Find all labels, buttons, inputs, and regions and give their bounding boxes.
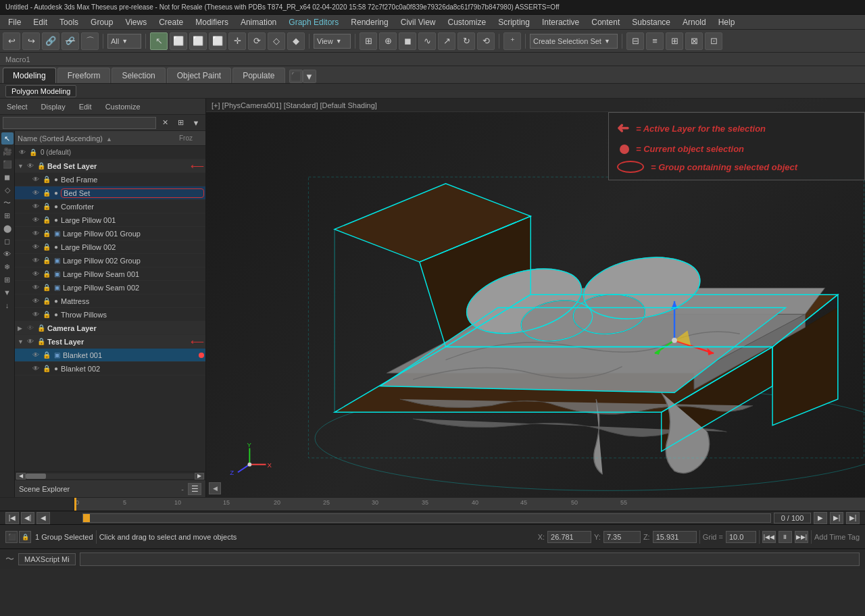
left-icon-geometry[interactable]: ◇ (1, 184, 14, 196)
filter-dropdown[interactable]: All▼ (107, 34, 141, 49)
item-comforter[interactable]: 👁 🔒 ● Comforter (15, 200, 205, 213)
timeline-track[interactable]: 0 5 10 15 20 25 30 35 40 45 50 55 (74, 498, 865, 511)
menu-item-group[interactable]: Group (85, 16, 118, 28)
misc-btn3[interactable]: ◼ (399, 32, 416, 50)
left-icon-helper[interactable]: 〜 (1, 197, 14, 209)
left-icon-bone[interactable]: ⬤ (1, 222, 14, 234)
misc-btn10[interactable]: ≡ (646, 32, 664, 50)
menu-item-arnold[interactable]: Arnold (677, 16, 712, 28)
item-large-pillow-002[interactable]: 👁 🔒 ● Large Pillow 002 (15, 240, 205, 254)
eye-test[interactable]: 👁 (26, 338, 35, 345)
menu-item-graph-editors[interactable]: Graph Editors (283, 16, 344, 28)
left-icon-light[interactable]: ⬛ (1, 158, 14, 170)
macro-text[interactable]: Macro1 (5, 55, 30, 63)
select-circle-button[interactable]: ⬜ (189, 32, 207, 50)
eye-bed-frame[interactable]: 👁 (31, 176, 41, 183)
item-large-pillow-seam-002[interactable]: 👁 🔒 ▣ Large Pillow Seam 002 (15, 281, 205, 294)
eye-lps002[interactable]: 👁 (31, 284, 41, 291)
se-nav-select[interactable]: Select (4, 101, 30, 112)
menu-item-create[interactable]: Create (153, 16, 189, 28)
menu-item-help[interactable]: Help (713, 16, 741, 28)
select-rect-button[interactable]: ⬜ (170, 32, 187, 50)
left-icon-frozen[interactable]: ❄ (1, 261, 14, 273)
left-icon-arrow[interactable]: ↓ (1, 299, 14, 311)
misc-btn12[interactable]: ⊠ (685, 32, 703, 50)
menu-item-scripting[interactable]: Scripting (493, 16, 535, 28)
select-button[interactable]: ↖ (150, 32, 168, 50)
grid-input[interactable]: 10.0 (726, 531, 756, 543)
redo-button[interactable]: ↪ (22, 32, 40, 50)
scale2-button[interactable]: ◆ (287, 32, 305, 50)
left-icon-shape[interactable]: ◼ (1, 171, 14, 183)
item-bed-frame[interactable]: 👁 🔒 ● Bed Frame (15, 173, 205, 186)
eye-mattress[interactable]: 👁 (31, 297, 41, 305)
frame-slider[interactable] (82, 513, 771, 523)
tab-arrow-btn[interactable]: ▼ (303, 70, 316, 83)
tab-object-paint[interactable]: Object Paint (167, 68, 231, 83)
item-large-pillow-002-group[interactable]: 👁 🔒 ▣ Large Pillow 002 Group (15, 254, 205, 267)
eye-lp002g[interactable]: 👁 (31, 257, 41, 264)
tab-modeling[interactable]: Modeling (3, 68, 56, 83)
item-blanket-001[interactable]: 👁 🔒 ▣ Blanket 001 (15, 349, 205, 362)
item-throw-pillows[interactable]: 👁 🔒 ● Throw Pillows (15, 308, 205, 322)
eye-camera[interactable]: 👁 (26, 324, 35, 332)
timeline-marker[interactable] (74, 498, 76, 511)
left-icon-space[interactable]: ⊞ (1, 209, 14, 222)
se-filter-btn[interactable]: ⊞ (174, 116, 187, 130)
frame-counter[interactable]: 0 / 100 (774, 513, 811, 523)
link-button[interactable]: 🔗 (42, 32, 59, 50)
eye-bed-set[interactable]: 👁 (26, 162, 35, 170)
item-large-pillow-001[interactable]: 👁 🔒 ● Large Pillow 001 (15, 213, 205, 227)
pb-end-btn[interactable]: ▶▶| (795, 531, 808, 543)
left-icon-hidden[interactable]: 👁 (1, 248, 14, 260)
scroll-thumb[interactable] (26, 473, 46, 479)
left-icon-camera[interactable]: 🎥 (1, 145, 14, 157)
scroll-right[interactable]: ▶ (195, 473, 204, 480)
add-time-tag-label[interactable]: Add Time Tag (814, 533, 860, 541)
expand-test[interactable]: ▼ (18, 338, 24, 345)
select-move-button[interactable]: ✛ (228, 32, 246, 50)
eye-comforter[interactable]: 👁 (31, 203, 41, 210)
menu-item-edit[interactable]: Edit (28, 16, 53, 28)
eye-lps001[interactable]: 👁 (31, 270, 41, 278)
vp-expand-btn[interactable]: ◀ (209, 482, 221, 494)
subtab-polygon-modeling[interactable]: Polygon Modeling (5, 85, 76, 97)
prev-frame-btn[interactable]: ◀ (36, 512, 50, 524)
se-options-btn2[interactable]: ☰ (188, 483, 201, 495)
misc-btn13[interactable]: ⊡ (705, 32, 722, 50)
eye-lp001g[interactable]: 👁 (31, 230, 41, 237)
layer-item-bed-set[interactable]: ▼ 👁 🔒 Bed Set Layer ⟵ (15, 159, 205, 173)
misc-btn7[interactable]: ⟲ (477, 32, 495, 50)
pb-start-btn[interactable]: |◀◀ (762, 531, 776, 543)
y-input[interactable]: 7.35 (603, 531, 641, 543)
menu-item-animation[interactable]: Animation (235, 16, 282, 28)
maxscript-label[interactable]: MAXScript Mi (18, 553, 76, 565)
eye-lp001[interactable]: 👁 (31, 216, 41, 224)
selection-set-dropdown[interactable]: Create Selection Set▼ (530, 34, 618, 49)
misc-btn6[interactable]: ↻ (458, 32, 475, 50)
layer-item-camera[interactable]: ▶ 👁 🔒 Camera Layer (15, 322, 205, 335)
left-icon-xref[interactable]: ⊞ (1, 274, 14, 286)
menu-item-views[interactable]: Views (120, 16, 152, 28)
expand-bed-set[interactable]: ▼ (18, 163, 24, 170)
menu-item-modifiers[interactable]: Modifiers (190, 16, 234, 28)
item-blanket-002[interactable]: 👁 🔒 ● Blanket 002 (15, 362, 205, 376)
eye-blanket002[interactable]: 👁 (31, 365, 41, 372)
left-icon-missing[interactable]: ▼ (1, 286, 14, 299)
next-frame-end-btn[interactable]: ▶| (846, 512, 860, 524)
maxscript-input[interactable] (80, 553, 860, 566)
prev-frame-start-btn[interactable]: |◀ (5, 512, 19, 524)
select-poly-button[interactable]: ⬜ (209, 32, 226, 50)
menu-item-tools[interactable]: Tools (54, 16, 84, 28)
prev-keyframe-btn[interactable]: ◀| (21, 512, 34, 524)
scene-scrollbar[interactable]: ◀ ▶ (15, 471, 205, 480)
eye-throw[interactable]: 👁 (31, 311, 41, 318)
eye-blanket001[interactable]: 👁 (31, 351, 41, 359)
pb-pause-btn[interactable]: ⏸ (778, 531, 792, 543)
se-options-btn[interactable]: ▼ (189, 116, 203, 130)
item-large-pillow-seam-001[interactable]: 👁 🔒 ▣ Large Pillow Seam 001 (15, 267, 205, 281)
menu-item-civil-view[interactable]: Civil View (395, 16, 441, 28)
bind-button[interactable]: ⌒ (81, 32, 99, 50)
item-bed-set[interactable]: 👁 🔒 ● Bed Set (15, 186, 205, 200)
misc-btn2[interactable]: ⊕ (379, 32, 397, 50)
